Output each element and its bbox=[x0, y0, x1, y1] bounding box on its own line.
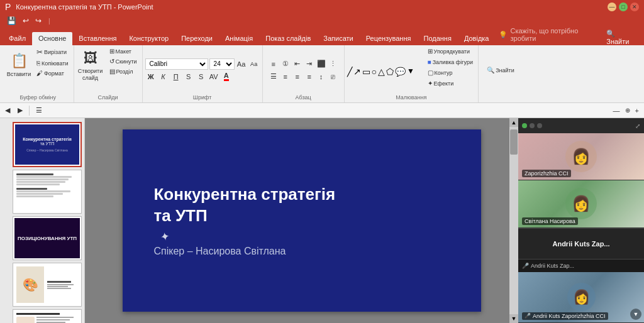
highlighted-name-bar: Andrii Kuts Zap... bbox=[518, 228, 644, 260]
arrange-button[interactable]: ⊞ Упорядкувати bbox=[425, 47, 475, 56]
tab-animations[interactable]: Анімація bbox=[219, 32, 259, 45]
video-panel: ⤢ 👩 Zaporizhzhia CCI 👩 bbox=[518, 118, 644, 323]
tab-slideshow[interactable]: Показ слайдів bbox=[259, 32, 317, 45]
fill-icon: ■ bbox=[428, 58, 431, 65]
effects-button[interactable]: ✦ Ефекти bbox=[425, 79, 475, 88]
font-spacing-button[interactable]: AV bbox=[208, 71, 219, 82]
shape-triangle[interactable]: △ bbox=[378, 67, 385, 77]
format-button[interactable]: 🖌 Формат bbox=[34, 68, 71, 78]
video-dot-1 bbox=[522, 123, 527, 128]
copy-button[interactable]: ⎘ Копіювати bbox=[34, 58, 71, 68]
save-button[interactable]: 💾 bbox=[5, 16, 18, 26]
font-shadow-button[interactable]: S bbox=[196, 71, 207, 82]
text-direction-button[interactable]: ⬛ bbox=[316, 58, 327, 70]
contour-button[interactable]: ▢ Контур bbox=[425, 68, 475, 77]
slide-5-thumb[interactable] bbox=[13, 309, 82, 323]
find-button[interactable]: 🔍 Знайти bbox=[484, 65, 517, 75]
shape-line[interactable]: ╱ bbox=[347, 67, 352, 77]
scroll-thumb[interactable] bbox=[510, 129, 518, 155]
mic-icon-4: 🎤 bbox=[525, 313, 531, 319]
scroll-down[interactable]: ▼ bbox=[509, 314, 518, 323]
tab-view[interactable]: Подання bbox=[417, 32, 457, 45]
zoom-in[interactable]: + bbox=[633, 106, 641, 115]
slide-4-thumb[interactable]: 🎨 bbox=[13, 263, 82, 307]
layout-button[interactable]: ⊞ Макет bbox=[107, 47, 140, 56]
zoom-out[interactable]: — bbox=[611, 106, 623, 115]
tab-home[interactable]: Основне bbox=[32, 32, 72, 45]
new-slide-button[interactable]: 🖼 Створити слайд bbox=[77, 47, 104, 85]
undo-button[interactable]: ↩ bbox=[21, 16, 31, 26]
expand-button[interactable]: ⤢ bbox=[635, 123, 640, 129]
ribbon-tabs: Файл Основне Вставлення Конструктор Пере… bbox=[0, 28, 644, 45]
reset-button[interactable]: ↺ Скинути bbox=[107, 57, 140, 66]
shape-pentagon[interactable]: ⬠ bbox=[386, 67, 394, 77]
paste-button[interactable]: 📋 Вставити bbox=[5, 47, 33, 84]
tab-help[interactable]: Довідка bbox=[458, 32, 496, 45]
search-tab[interactable]: 💡 Скажіть, що потрібно зробити bbox=[495, 25, 602, 45]
tab-file[interactable]: Файл bbox=[3, 32, 32, 45]
video-header: ⤢ bbox=[518, 118, 644, 133]
slide-4-container: 4 🎨 bbox=[3, 263, 82, 307]
scroll-up[interactable]: ▲ bbox=[509, 118, 518, 127]
separator bbox=[29, 106, 30, 116]
underline-button[interactable]: П bbox=[170, 71, 182, 82]
shape-arrow[interactable]: ↗ bbox=[353, 67, 361, 77]
list-bullet-button[interactable]: ≡ bbox=[268, 58, 279, 70]
person-2-icon: 👩 bbox=[572, 195, 591, 212]
font-color-button[interactable]: A bbox=[221, 71, 232, 82]
fill-button[interactable]: ■ Заливка фігури bbox=[425, 57, 475, 67]
section-icon: ▤ bbox=[109, 68, 115, 75]
font-family-select[interactable]: Calibri bbox=[145, 58, 208, 70]
tab-insert[interactable]: Вставлення bbox=[72, 32, 123, 45]
indent-increase-button[interactable]: ⇥ bbox=[304, 58, 315, 70]
highlighted-name: Andrii Kuts Zap... bbox=[552, 240, 609, 248]
font-decrease-button[interactable]: Аа bbox=[248, 58, 260, 70]
italic-button[interactable]: К bbox=[158, 71, 169, 82]
font-size-select[interactable]: 24 bbox=[209, 58, 235, 70]
shape-oval[interactable]: ○ bbox=[372, 67, 377, 77]
editing-group: 🔍 Знайти bbox=[479, 45, 523, 102]
scroll-down-button[interactable]: ▼ bbox=[630, 309, 641, 320]
align-left-button[interactable]: ☰ bbox=[268, 71, 279, 82]
slide-3-thumb[interactable]: ПОЗИЦІОНУВАННЯ УТП bbox=[13, 216, 82, 260]
search-tab-label: Скажіть, що потрібно зробити bbox=[510, 27, 599, 42]
nav-back[interactable]: ◀ bbox=[3, 106, 13, 115]
drawing-group: ╱ ↗ ▭ ○ △ ⬠ 💬 ▼ ⊞ Упорядкувати ■ Заливк bbox=[345, 45, 479, 102]
zoom-level: ⊕ bbox=[625, 107, 630, 114]
participant-3-label: Andrii Kuts Zap... bbox=[531, 263, 574, 269]
shape-callout[interactable]: 💬 bbox=[395, 67, 406, 77]
smart-art-button[interactable]: ⎚ bbox=[328, 71, 339, 82]
indent-decrease-button[interactable]: ⇤ bbox=[292, 58, 303, 70]
tab-design[interactable]: Конструктор bbox=[123, 32, 175, 45]
shape-more[interactable]: ▼ bbox=[407, 67, 414, 77]
slides-group: 🖼 Створити слайд ⊞ Макет ↺ Скинути ▤ Роз… bbox=[74, 45, 143, 102]
font-increase-button[interactable]: Аа bbox=[236, 58, 247, 70]
align-center-button[interactable]: ≡ bbox=[280, 71, 291, 82]
line-spacing-button[interactable]: ↕ bbox=[316, 71, 327, 82]
align-right-button[interactable]: ≡ bbox=[292, 71, 303, 82]
vertical-scrollbar[interactable]: ▲ ▼ bbox=[509, 118, 518, 323]
redo-button[interactable]: ↪ bbox=[33, 16, 43, 26]
slide-2-thumb[interactable] bbox=[13, 170, 82, 214]
tab-transitions[interactable]: Переходи bbox=[175, 32, 219, 45]
bold-button[interactable]: Ж bbox=[145, 71, 157, 82]
section-button[interactable]: ▤ Розділ bbox=[107, 67, 140, 76]
tab-record[interactable]: Записати bbox=[317, 32, 359, 45]
strikethrough-button[interactable]: S bbox=[183, 71, 194, 82]
minimize-button[interactable]: — bbox=[608, 3, 616, 11]
nav-menu[interactable]: ☰ bbox=[33, 106, 45, 115]
list-number-button[interactable]: ① bbox=[280, 58, 291, 70]
tab-review[interactable]: Рецензування bbox=[360, 32, 418, 45]
close-button[interactable]: ✕ bbox=[630, 3, 639, 11]
effects-icon: ✦ bbox=[428, 80, 433, 87]
cut-button[interactable]: ✂ Вирізати bbox=[34, 47, 71, 58]
person-4-avatar: 👩 bbox=[567, 283, 596, 311]
columns-button[interactable]: ⋮ bbox=[328, 58, 339, 70]
shape-rect[interactable]: ▭ bbox=[362, 67, 370, 77]
slide-1-thumb[interactable]: Конкурентна стратегія та УТП Спікер – На… bbox=[13, 122, 82, 167]
align-justify-button[interactable]: ≡ bbox=[304, 71, 315, 82]
nav-forward[interactable]: ▶ bbox=[15, 106, 25, 115]
account-area: 🔍 Знайти bbox=[602, 30, 641, 45]
search-icon[interactable]: 🔍 Знайти bbox=[606, 30, 638, 45]
maximize-button[interactable]: □ bbox=[619, 3, 628, 11]
